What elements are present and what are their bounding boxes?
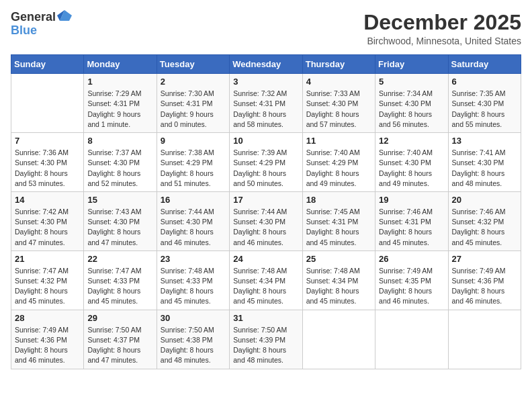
day-info: Sunrise: 7:30 AM Sunset: 4:31 PM Dayligh… bbox=[161, 89, 226, 130]
calendar-cell: 1Sunrise: 7:29 AM Sunset: 4:31 PM Daylig… bbox=[84, 74, 157, 133]
calendar-cell bbox=[302, 310, 375, 369]
calendar-cell: 21Sunrise: 7:47 AM Sunset: 4:32 PM Dayli… bbox=[11, 250, 84, 310]
day-number: 22 bbox=[87, 254, 152, 264]
day-info: Sunrise: 7:42 AM Sunset: 4:30 PM Dayligh… bbox=[15, 207, 80, 248]
day-info: Sunrise: 7:50 AM Sunset: 4:37 PM Dayligh… bbox=[87, 325, 152, 366]
day-number: 28 bbox=[15, 313, 80, 323]
day-number: 11 bbox=[306, 136, 371, 146]
calendar-body: 1Sunrise: 7:29 AM Sunset: 4:31 PM Daylig… bbox=[11, 74, 521, 369]
calendar-cell: 3Sunrise: 7:32 AM Sunset: 4:31 PM Daylig… bbox=[230, 74, 302, 133]
logo-general: General bbox=[11, 11, 56, 24]
calendar-cell: 4Sunrise: 7:33 AM Sunset: 4:30 PM Daylig… bbox=[302, 74, 375, 133]
calendar-cell: 28Sunrise: 7:49 AM Sunset: 4:36 PM Dayli… bbox=[11, 310, 84, 369]
calendar-table: SundayMondayTuesdayWednesdayThursdayFrid… bbox=[11, 54, 521, 369]
day-info: Sunrise: 7:36 AM Sunset: 4:30 PM Dayligh… bbox=[15, 148, 80, 189]
day-info: Sunrise: 7:37 AM Sunset: 4:30 PM Dayligh… bbox=[87, 148, 152, 189]
day-number: 25 bbox=[306, 254, 371, 264]
day-number: 15 bbox=[87, 195, 152, 205]
day-info: Sunrise: 7:46 AM Sunset: 4:31 PM Dayligh… bbox=[379, 207, 444, 248]
day-info: Sunrise: 7:39 AM Sunset: 4:29 PM Dayligh… bbox=[233, 148, 298, 189]
calendar-header-row: SundayMondayTuesdayWednesdayThursdayFrid… bbox=[11, 55, 521, 74]
day-info: Sunrise: 7:49 AM Sunset: 4:36 PM Dayligh… bbox=[452, 266, 517, 307]
day-info: Sunrise: 7:50 AM Sunset: 4:38 PM Dayligh… bbox=[161, 325, 226, 366]
calendar-cell: 24Sunrise: 7:48 AM Sunset: 4:34 PM Dayli… bbox=[230, 250, 302, 310]
calendar-cell bbox=[375, 310, 448, 369]
calendar-cell: 31Sunrise: 7:50 AM Sunset: 4:39 PM Dayli… bbox=[230, 310, 302, 369]
day-info: Sunrise: 7:40 AM Sunset: 4:29 PM Dayligh… bbox=[306, 148, 371, 189]
day-number: 10 bbox=[233, 136, 298, 146]
day-info: Sunrise: 7:29 AM Sunset: 4:31 PM Dayligh… bbox=[87, 89, 152, 130]
calendar-cell bbox=[11, 74, 84, 133]
day-info: Sunrise: 7:49 AM Sunset: 4:35 PM Dayligh… bbox=[379, 266, 444, 307]
day-info: Sunrise: 7:47 AM Sunset: 4:32 PM Dayligh… bbox=[15, 266, 80, 307]
day-number: 5 bbox=[379, 77, 444, 87]
day-info: Sunrise: 7:48 AM Sunset: 4:34 PM Dayligh… bbox=[233, 266, 298, 307]
calendar-cell: 14Sunrise: 7:42 AM Sunset: 4:30 PM Dayli… bbox=[11, 191, 84, 250]
calendar-cell: 2Sunrise: 7:30 AM Sunset: 4:31 PM Daylig… bbox=[157, 74, 229, 133]
logo: General Blue bbox=[11, 11, 72, 38]
day-number: 17 bbox=[233, 195, 298, 205]
day-info: Sunrise: 7:44 AM Sunset: 4:30 PM Dayligh… bbox=[161, 207, 226, 248]
calendar-week-row: 28Sunrise: 7:49 AM Sunset: 4:36 PM Dayli… bbox=[11, 310, 521, 369]
calendar-cell: 15Sunrise: 7:43 AM Sunset: 4:30 PM Dayli… bbox=[84, 191, 157, 250]
day-info: Sunrise: 7:43 AM Sunset: 4:30 PM Dayligh… bbox=[87, 207, 152, 248]
calendar-cell: 30Sunrise: 7:50 AM Sunset: 4:38 PM Dayli… bbox=[157, 310, 229, 369]
day-of-week-header: Monday bbox=[84, 55, 157, 74]
day-number: 30 bbox=[161, 313, 226, 323]
page-header: General Blue December 2025 Birchwood, Mi… bbox=[11, 11, 521, 46]
calendar-cell: 9Sunrise: 7:38 AM Sunset: 4:29 PM Daylig… bbox=[157, 133, 229, 192]
day-info: Sunrise: 7:45 AM Sunset: 4:31 PM Dayligh… bbox=[306, 207, 371, 248]
day-info: Sunrise: 7:35 AM Sunset: 4:30 PM Dayligh… bbox=[452, 89, 517, 130]
day-number: 19 bbox=[379, 195, 444, 205]
day-number: 4 bbox=[306, 77, 371, 87]
logo-icon bbox=[57, 9, 72, 24]
day-of-week-header: Friday bbox=[375, 55, 448, 74]
day-number: 2 bbox=[161, 77, 226, 87]
calendar-cell: 18Sunrise: 7:45 AM Sunset: 4:31 PM Dayli… bbox=[302, 191, 375, 250]
day-of-week-header: Tuesday bbox=[157, 55, 229, 74]
day-info: Sunrise: 7:50 AM Sunset: 4:39 PM Dayligh… bbox=[233, 325, 298, 366]
day-info: Sunrise: 7:34 AM Sunset: 4:30 PM Dayligh… bbox=[379, 89, 444, 130]
day-number: 26 bbox=[379, 254, 444, 264]
calendar-cell: 23Sunrise: 7:48 AM Sunset: 4:33 PM Dayli… bbox=[157, 250, 229, 310]
day-number: 27 bbox=[452, 254, 517, 264]
day-of-week-header: Wednesday bbox=[230, 55, 302, 74]
logo-blue: Blue bbox=[11, 24, 37, 37]
month-title: December 2025 bbox=[363, 11, 521, 34]
calendar-cell: 26Sunrise: 7:49 AM Sunset: 4:35 PM Dayli… bbox=[375, 250, 448, 310]
day-number: 7 bbox=[15, 136, 80, 146]
day-number: 18 bbox=[306, 195, 371, 205]
calendar-week-row: 21Sunrise: 7:47 AM Sunset: 4:32 PM Dayli… bbox=[11, 250, 521, 310]
calendar-cell: 10Sunrise: 7:39 AM Sunset: 4:29 PM Dayli… bbox=[230, 133, 302, 192]
calendar-cell: 27Sunrise: 7:49 AM Sunset: 4:36 PM Dayli… bbox=[448, 250, 521, 310]
day-info: Sunrise: 7:40 AM Sunset: 4:30 PM Dayligh… bbox=[379, 148, 444, 189]
calendar-week-row: 1Sunrise: 7:29 AM Sunset: 4:31 PM Daylig… bbox=[11, 74, 521, 133]
day-number: 24 bbox=[233, 254, 298, 264]
calendar-cell: 25Sunrise: 7:48 AM Sunset: 4:34 PM Dayli… bbox=[302, 250, 375, 310]
calendar-cell: 11Sunrise: 7:40 AM Sunset: 4:29 PM Dayli… bbox=[302, 133, 375, 192]
day-number: 6 bbox=[452, 77, 517, 87]
day-number: 21 bbox=[15, 254, 80, 264]
calendar-cell: 16Sunrise: 7:44 AM Sunset: 4:30 PM Dayli… bbox=[157, 191, 229, 250]
day-number: 31 bbox=[233, 313, 298, 323]
day-number: 12 bbox=[379, 136, 444, 146]
calendar-week-row: 7Sunrise: 7:36 AM Sunset: 4:30 PM Daylig… bbox=[11, 133, 521, 192]
calendar-cell: 19Sunrise: 7:46 AM Sunset: 4:31 PM Dayli… bbox=[375, 191, 448, 250]
day-info: Sunrise: 7:44 AM Sunset: 4:30 PM Dayligh… bbox=[233, 207, 298, 248]
day-number: 20 bbox=[452, 195, 517, 205]
day-of-week-header: Sunday bbox=[11, 55, 84, 74]
day-info: Sunrise: 7:46 AM Sunset: 4:32 PM Dayligh… bbox=[452, 207, 517, 248]
day-number: 13 bbox=[452, 136, 517, 146]
day-of-week-header: Thursday bbox=[302, 55, 375, 74]
day-info: Sunrise: 7:41 AM Sunset: 4:30 PM Dayligh… bbox=[452, 148, 517, 189]
day-number: 8 bbox=[87, 136, 152, 146]
day-info: Sunrise: 7:38 AM Sunset: 4:29 PM Dayligh… bbox=[161, 148, 226, 189]
day-of-week-header: Saturday bbox=[448, 55, 521, 74]
calendar-cell: 20Sunrise: 7:46 AM Sunset: 4:32 PM Dayli… bbox=[448, 191, 521, 250]
day-info: Sunrise: 7:48 AM Sunset: 4:34 PM Dayligh… bbox=[306, 266, 371, 307]
location-title: Birchwood, Minnesota, United States bbox=[363, 36, 521, 46]
day-number: 9 bbox=[161, 136, 226, 146]
day-number: 3 bbox=[233, 77, 298, 87]
day-number: 1 bbox=[87, 77, 152, 87]
calendar-cell: 22Sunrise: 7:47 AM Sunset: 4:33 PM Dayli… bbox=[84, 250, 157, 310]
